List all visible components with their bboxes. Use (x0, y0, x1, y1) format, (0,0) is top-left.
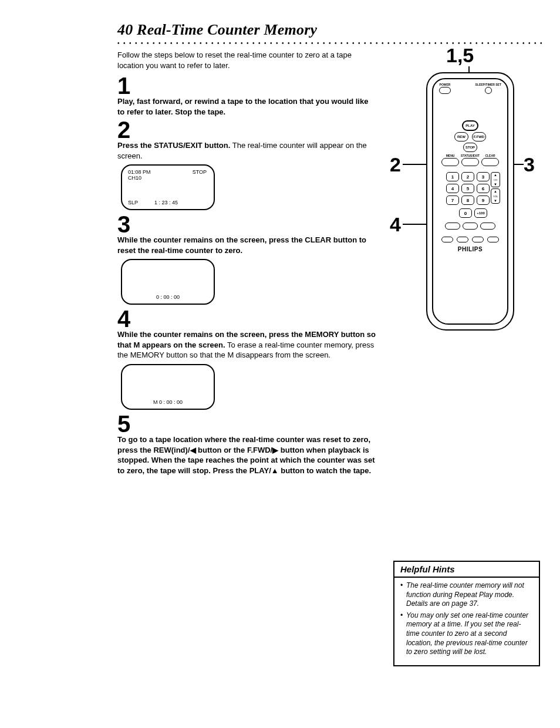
step-5-body: To go to a tape location where the real-… (117, 434, 376, 476)
step-3-number: 3 (117, 214, 376, 235)
key-1[interactable]: 1 (446, 172, 459, 181)
clear-button[interactable]: CLEAR (481, 158, 499, 166)
play-button[interactable]: PLAY (462, 120, 478, 131)
key-7[interactable]: 7 (446, 196, 459, 205)
helpful-hints-box: Helpful Hints The real-time counter memo… (393, 561, 540, 666)
step-1-number: 1 (117, 75, 376, 96)
memory-button[interactable] (463, 223, 478, 230)
page-title: 40 Real-Time Counter Memory (117, 21, 542, 39)
remote-diagram: 1,5 2 3 4 POWER SLEEP/TIMER SET (393, 50, 540, 361)
tracking-down-button[interactable] (457, 237, 468, 242)
screen-counter-display-1: 01:08 PMCH10 STOP SLP 1 : 23 : 45 (121, 164, 215, 210)
key-9[interactable]: 9 (477, 196, 490, 205)
remote-outline: POWER SLEEP/TIMER SET PLAY REW F.FWD (426, 72, 514, 331)
step-2-number: 2 (117, 119, 376, 140)
instructions-column: Follow the steps below to reset the real… (117, 50, 376, 666)
transport-controls: PLAY REW F.FWD STOP (442, 120, 498, 152)
hints-title: Helpful Hints (394, 562, 539, 578)
dotted-rule: • • • • • • • • • • • • • • • • • • • • … (117, 40, 542, 46)
callout-4: 4 (390, 213, 401, 236)
remote-column: 1,5 2 3 4 POWER SLEEP/TIMER SET (393, 50, 540, 666)
function-row (445, 223, 495, 230)
screen-counter-display-2: 0 : 00 : 00 (121, 259, 215, 305)
key-8[interactable]: 8 (461, 196, 474, 205)
power-button[interactable] (439, 87, 451, 94)
key-6[interactable]: 6 (477, 184, 490, 193)
step-2-body: Press the STATUS/EXIT button. The real-t… (117, 140, 376, 161)
step-3-body: While the counter remains on the screen,… (117, 235, 376, 255)
key-0[interactable]: 0 (459, 208, 472, 218)
stop-button[interactable]: STOP (463, 143, 477, 152)
callout-2: 2 (390, 153, 401, 176)
rewind-button[interactable]: REW (454, 132, 468, 141)
intro-text: Follow the steps below to reset the real… (117, 50, 376, 70)
callout-3: 3 (524, 153, 535, 176)
sleep-button[interactable] (485, 87, 492, 94)
key-4[interactable]: 4 (446, 184, 459, 193)
key-plus100[interactable]: +100 (474, 208, 487, 218)
channel-volume-rocker: ▲CH▼ ▲VOL▼ (491, 172, 500, 204)
sleep-label: SLEEP/TIMER SET (475, 83, 501, 86)
channel-updown[interactable]: ▲CH▼ (491, 172, 500, 187)
menu-button[interactable]: MENU (441, 158, 459, 166)
screen-counter-display-3: M 0 : 00 : 00 (121, 364, 215, 410)
callout-1-5: 1,5 (446, 44, 474, 67)
step-4-body: While the counter remains on the screen,… (117, 329, 376, 360)
rec-otr-button[interactable] (441, 237, 453, 242)
power-label: POWER (440, 83, 451, 86)
hint-item: The real-time counter memory will not fu… (400, 581, 533, 609)
page-number: 40 (117, 21, 133, 38)
ffwd-button[interactable]: F.FWD (472, 132, 486, 141)
mute-button[interactable] (487, 237, 499, 242)
title-text: Real-Time Counter Memory (137, 21, 317, 38)
key-3[interactable]: 3 (477, 172, 490, 181)
number-keypad: 1 2 3 4 5 6 7 8 9 (446, 172, 490, 205)
step-4-number: 4 (117, 308, 376, 329)
step-1-body: Play, fast forward, or rewind a tape to … (117, 96, 376, 117)
status-exit-button[interactable]: STATUS/EXIT (461, 158, 479, 166)
brand-label: PHILIPS (458, 246, 483, 252)
hint-item: You may only set one real-time counter m… (400, 611, 533, 657)
key-5[interactable]: 5 (461, 184, 474, 193)
key-2[interactable]: 2 (461, 172, 474, 181)
tracking-up-button[interactable] (472, 237, 484, 242)
input-sel-button[interactable] (480, 223, 495, 230)
speed-button[interactable] (445, 223, 460, 230)
menu-row: MENU STATUS/EXIT CLEAR (441, 158, 499, 166)
volume-updown[interactable]: ▲VOL▼ (491, 188, 500, 204)
tracking-row (441, 237, 499, 242)
step-5-number: 5 (117, 413, 376, 434)
